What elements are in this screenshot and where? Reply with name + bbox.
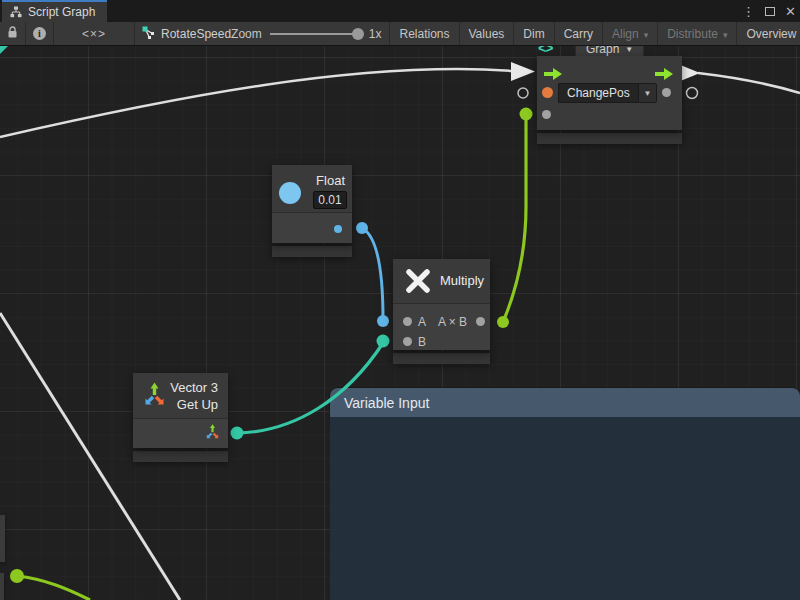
flow-arrowhead	[511, 62, 535, 81]
wire-endpoint	[10, 569, 24, 583]
graph-hierarchy-icon	[10, 6, 22, 18]
wire-bottom-left	[17, 576, 90, 600]
values-button[interactable]: Values	[460, 22, 515, 45]
float-node-title: Float	[316, 173, 345, 188]
wire-endpoint	[377, 335, 390, 348]
unconnected-port-ring[interactable]	[687, 88, 698, 99]
unconnected-port-ring[interactable]	[518, 88, 528, 98]
flow-input-port[interactable]	[544, 66, 562, 84]
wire-flow-out	[698, 73, 800, 93]
zoom-value: 1x	[369, 27, 382, 41]
graph-title-zone: RotateSpeed Zoom 1x	[135, 22, 390, 45]
close-icon[interactable]: ✕	[785, 5, 796, 18]
multiply-output-port[interactable]	[476, 317, 485, 326]
zoom-slider-knob[interactable]	[352, 28, 364, 40]
multiply-input-a-port[interactable]	[403, 317, 412, 326]
chevron-down-icon: ▾	[644, 30, 649, 40]
chevron-down-icon: ▾	[723, 30, 728, 40]
offscreen-node-partial	[0, 515, 5, 562]
toolbar: i <×> RotateSpeed Zoom 1x Relations Valu…	[0, 22, 800, 46]
multiply-node-ports: A A × B B	[393, 303, 490, 350]
wire-float-to-multiply	[362, 228, 383, 319]
node-graph-unit[interactable]: <> Graph ▼ ChangePos ▼	[537, 56, 682, 144]
value-output-port[interactable]	[662, 88, 671, 97]
multiply-node-footer	[393, 353, 490, 364]
lock-icon	[7, 26, 18, 42]
group-body	[330, 417, 800, 600]
lock-button[interactable]	[0, 22, 26, 45]
port-label-result: A × B	[438, 315, 467, 329]
distribute-button[interactable]: Distribute ▾	[658, 22, 737, 45]
vector-node-subtitle: Get Up	[177, 397, 218, 412]
wire-endpoint	[356, 222, 368, 234]
code-view-icon: <×>	[82, 27, 106, 41]
float-node-footer	[272, 246, 352, 257]
inspect-button[interactable]: i	[26, 22, 54, 45]
bolt-graph-icon	[141, 25, 156, 43]
vector3-icon	[141, 382, 168, 413]
unit-node-footer	[537, 133, 682, 144]
code-view-button[interactable]: <×>	[54, 22, 135, 45]
graph-canvas[interactable]: Variable Input <> Graph ▼	[0, 46, 800, 600]
vector-node-ports	[133, 418, 228, 448]
group-variable-input[interactable]: Variable Input	[330, 388, 800, 600]
node-vector3-get-up[interactable]: Vector 3 Get Up	[133, 373, 228, 462]
overview-button[interactable]: Overview	[737, 22, 800, 45]
wire-endpoint	[497, 316, 509, 328]
variable-name-dropdown[interactable]: ChangePos ▼	[558, 83, 657, 103]
group-title: Variable Input	[344, 395, 429, 411]
wire-endpoint	[520, 108, 533, 121]
graph-name: RotateSpeed	[161, 27, 231, 41]
vector-node-footer	[133, 451, 228, 462]
relations-button[interactable]: Relations	[390, 22, 459, 45]
variable-name-value[interactable]: ChangePos	[558, 83, 638, 103]
offscreen-node-partial	[0, 573, 4, 600]
node-multiply[interactable]: Multiply A A × B B	[393, 259, 490, 364]
group-header[interactable]: Variable Input	[330, 388, 800, 417]
align-button[interactable]: Align ▾	[603, 22, 658, 45]
float-type-icon	[279, 182, 301, 204]
info-icon: i	[33, 27, 46, 40]
canvas-corner-marker	[0, 46, 9, 54]
multiply-input-b-port[interactable]	[403, 337, 412, 346]
float-output-port[interactable]	[334, 225, 342, 233]
wire-multiply-to-unit	[503, 116, 526, 322]
chevron-down-icon: ▼	[625, 46, 633, 54]
tab-bar: Script Graph ⋮ ✕	[0, 0, 800, 22]
float-value-input[interactable]: 0.01	[313, 191, 347, 209]
vector3-output-port[interactable]	[204, 424, 221, 445]
tab-label: Script Graph	[28, 5, 95, 19]
unit-node-body[interactable]: ChangePos ▼	[537, 56, 682, 130]
tab-script-graph[interactable]: Script Graph	[2, 0, 107, 22]
port-label-a: A	[418, 315, 426, 329]
multiply-node-header[interactable]: Multiply	[393, 259, 490, 303]
wire-flow-in	[0, 69, 513, 137]
flow-output-port[interactable]	[655, 66, 673, 84]
zoom-slider[interactable]	[270, 33, 362, 35]
variable-value-port[interactable]	[542, 87, 553, 98]
wire-endpoint	[377, 315, 389, 327]
float-node-header[interactable]: Float 0.01	[272, 165, 352, 212]
carry-button[interactable]: Carry	[555, 22, 603, 45]
dim-button[interactable]: Dim	[514, 22, 554, 45]
float-node-ports	[272, 212, 352, 243]
multiply-icon	[404, 267, 432, 299]
menu-icon[interactable]: ⋮	[742, 5, 755, 18]
embed-graph-icon: <>	[538, 46, 552, 56]
multiply-node-title: Multiply	[440, 273, 484, 288]
value-input-port[interactable]	[542, 110, 551, 119]
zoom-label: Zoom	[231, 27, 262, 41]
wire-endpoint	[231, 427, 244, 440]
window-controls: ⋮ ✕	[742, 0, 796, 22]
port-label-b: B	[418, 335, 426, 349]
vector-node-title: Vector 3	[170, 380, 218, 395]
node-float[interactable]: Float 0.01	[272, 165, 352, 257]
chevron-down-icon[interactable]: ▼	[638, 83, 657, 103]
vector-node-header[interactable]: Vector 3 Get Up	[133, 373, 228, 418]
maximize-icon[interactable]	[765, 7, 775, 16]
